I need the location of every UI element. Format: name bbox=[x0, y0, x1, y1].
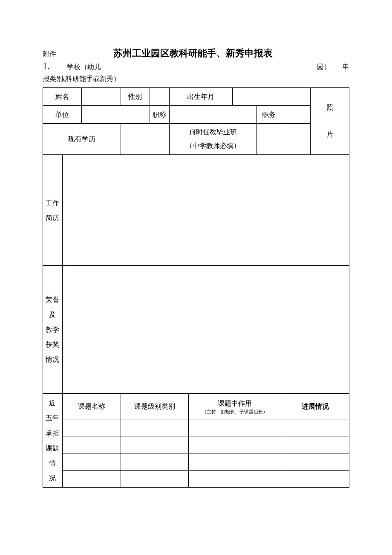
field-progress-4[interactable] bbox=[281, 471, 349, 488]
label-work-history: 工作 简历 bbox=[43, 155, 63, 266]
school-label-prefix: 学校（幼儿 bbox=[67, 61, 101, 73]
label-education: 现有学历 bbox=[43, 124, 121, 155]
label-grad-class: 何时任教毕业班 （中学教师必填） bbox=[169, 124, 257, 155]
field-work-history[interactable] bbox=[62, 155, 349, 266]
field-topic-name-1[interactable] bbox=[62, 419, 121, 436]
field-birth[interactable] bbox=[233, 88, 311, 106]
field-topic-role-2[interactable] bbox=[189, 436, 281, 453]
label-title-pro: 职称 bbox=[150, 106, 170, 124]
attachment-label: 附件 bbox=[43, 50, 56, 58]
field-topic-level-4[interactable] bbox=[121, 471, 189, 488]
field-topic-role-1[interactable] bbox=[189, 419, 281, 436]
field-title-pro[interactable] bbox=[169, 106, 257, 124]
field-grad-class[interactable] bbox=[257, 124, 311, 155]
apply-label: 申 bbox=[343, 63, 349, 70]
label-recent-five-years: 近 五年 承担 课题情 况 bbox=[43, 394, 63, 488]
document-header: 附件 苏州工业园区教科研能手、新秀申报表 1. 学校（幼儿 园） 申 报类别ς科… bbox=[43, 47, 349, 84]
field-unit[interactable] bbox=[82, 106, 150, 124]
field-position[interactable] bbox=[281, 106, 311, 124]
field-name[interactable] bbox=[82, 88, 121, 106]
label-position: 职务 bbox=[257, 106, 281, 124]
item-number: 1. bbox=[43, 61, 50, 72]
field-topic-role-3[interactable] bbox=[189, 453, 281, 471]
document-title: 苏州工业园区教科研能手、新秀申报表 bbox=[113, 47, 273, 60]
label-birth: 出生年月 bbox=[169, 88, 232, 106]
field-photo[interactable]: 照 片 bbox=[310, 88, 349, 155]
field-progress-2[interactable] bbox=[281, 436, 349, 453]
label-photo-bottom: 片 bbox=[326, 131, 333, 138]
field-topic-name-3[interactable] bbox=[62, 453, 121, 471]
label-topic-level: 课题级别类别 bbox=[121, 394, 189, 419]
label-name: 姓名 bbox=[43, 88, 82, 106]
field-topic-level-1[interactable] bbox=[121, 419, 189, 436]
field-topic-level-2[interactable] bbox=[121, 436, 189, 453]
field-progress-3[interactable] bbox=[281, 453, 349, 471]
label-unit: 单位 bbox=[43, 106, 82, 124]
field-topic-level-3[interactable] bbox=[121, 453, 189, 471]
field-honors[interactable] bbox=[62, 266, 349, 394]
application-form-table: 姓名 性别 出生年月 照 片 单位 职称 职务 现有学历 何时任教毕业班 （中学… bbox=[43, 87, 349, 488]
label-gender: 性别 bbox=[121, 88, 150, 106]
category-label: 报类别ς科研能手或新秀） bbox=[43, 73, 349, 84]
field-topic-name-4[interactable] bbox=[62, 471, 121, 488]
field-topic-name-2[interactable] bbox=[62, 436, 121, 453]
field-gender[interactable] bbox=[150, 88, 170, 106]
label-honors: 荣誉及 教学获奖 情况 bbox=[43, 266, 63, 394]
label-progress: 进展情况 bbox=[281, 394, 349, 419]
field-progress-1[interactable] bbox=[281, 419, 349, 436]
field-topic-role-4[interactable] bbox=[189, 471, 281, 488]
label-topic-role: 课题中作用 （主持、副蛆长、子课题组长） bbox=[189, 394, 281, 419]
school-label-suffix: 园） bbox=[317, 63, 331, 70]
field-education[interactable] bbox=[121, 124, 169, 155]
label-topic-name: 课题名称 bbox=[62, 394, 121, 419]
label-photo-top: 照 bbox=[326, 104, 333, 111]
